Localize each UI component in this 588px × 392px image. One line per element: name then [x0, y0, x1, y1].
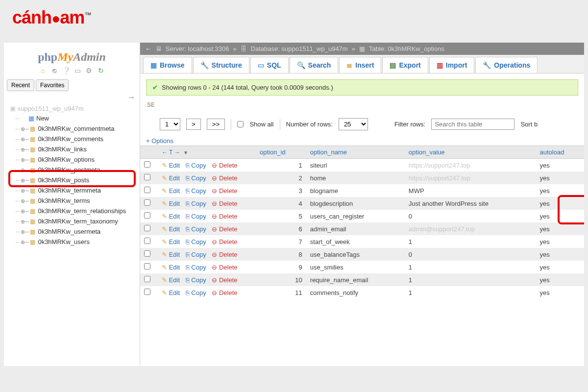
copy-icon: ⎘ — [186, 225, 190, 233]
delete-link[interactable]: Delete — [219, 174, 238, 182]
copy-link[interactable]: Copy — [191, 187, 206, 195]
row-checkbox[interactable] — [144, 289, 150, 295]
tab-operations[interactable]: 🔧Operations — [475, 57, 538, 73]
copy-link[interactable]: Copy — [191, 289, 206, 296]
table-row: ✎ Edit ⎘ Copy ⊖ Delete7start_of_week1yes — [140, 235, 584, 248]
docs-icon[interactable]: ▭ — [74, 67, 81, 74]
cell-option-value: 1 — [405, 235, 536, 248]
num-rows-select[interactable]: 25 — [339, 118, 368, 130]
row-checkbox[interactable] — [144, 276, 150, 282]
table-node[interactable]: ⊕─▦ 0k3hMRKw_posts — [7, 175, 137, 185]
row-checkbox[interactable] — [144, 212, 150, 219]
options-toggle[interactable]: + Options — [140, 135, 584, 146]
edit-link[interactable]: Edit — [169, 264, 180, 271]
help-icon[interactable]: ❔ — [62, 67, 70, 74]
copy-link[interactable]: Copy — [191, 276, 206, 284]
delete-link[interactable]: Delete — [219, 276, 238, 284]
table-link[interactable]: 0k3hMRKw_options — [388, 45, 444, 52]
col-option-name[interactable]: option_name — [306, 146, 405, 159]
tab-import[interactable]: ▥Import — [429, 57, 475, 73]
delete-link[interactable]: Delete — [219, 238, 238, 245]
table-node[interactable]: ⊕─▦ 0k3hMRKw_commentmeta — [7, 123, 137, 134]
edit-link[interactable]: Edit — [169, 289, 180, 296]
server-link[interactable]: localhost:3306 — [188, 45, 229, 52]
col-option-id[interactable]: option_id — [256, 146, 306, 159]
col-option-value[interactable]: option_value — [405, 146, 536, 159]
edit-link[interactable]: Edit — [169, 238, 180, 245]
copy-icon: ⎘ — [186, 251, 190, 258]
tab-structure[interactable]: 🔧Structure — [193, 57, 249, 73]
delete-link[interactable]: Delete — [219, 162, 238, 169]
copy-link[interactable]: Copy — [191, 264, 206, 271]
filter-input[interactable] — [431, 119, 514, 130]
table-node[interactable]: ⊕─▦ 0k3hMRKw_terms — [7, 196, 137, 206]
settings-icon[interactable]: ⚙ — [85, 67, 93, 74]
row-checkbox[interactable] — [144, 199, 150, 206]
new-table[interactable]: ▦New — [7, 113, 137, 123]
row-checkbox[interactable] — [144, 250, 150, 257]
recent-tab[interactable]: Recent — [7, 79, 34, 91]
copy-link[interactable]: Copy — [191, 213, 206, 220]
edit-link[interactable]: Edit — [169, 225, 180, 233]
cell-autoload: yes — [536, 273, 584, 286]
row-checkbox[interactable] — [144, 174, 150, 180]
col-autoload[interactable]: autoload — [536, 146, 584, 159]
table-node[interactable]: ⊕─▦ 0k3hMRKw_links — [7, 144, 137, 154]
row-checkbox[interactable] — [144, 238, 150, 244]
table-node[interactable]: ⊕─▦ 0k3hMRKw_term_relationships — [7, 206, 137, 216]
copy-link[interactable]: Copy — [191, 174, 206, 182]
tab-export[interactable]: ▤Export — [382, 57, 428, 73]
logout-icon[interactable]: ⎋ — [50, 67, 58, 74]
table-node[interactable]: ⊕─▦ 0k3hMRKw_postmeta — [7, 165, 137, 175]
copy-link[interactable]: Copy — [191, 238, 206, 245]
copy-icon: ⎘ — [186, 200, 190, 207]
cell-option-value: https://support247.top — [405, 172, 536, 184]
delete-link[interactable]: Delete — [219, 225, 238, 233]
back-icon[interactable]: ← — [145, 45, 151, 52]
db-node[interactable]: suppo1511_wp_u947m — [7, 104, 137, 113]
table-node[interactable]: ⊕─▦ 0k3hMRKw_termmeta — [7, 185, 137, 196]
delete-link[interactable]: Delete — [219, 289, 238, 296]
delete-link[interactable]: Delete — [219, 251, 238, 258]
tab-insert[interactable]: ≣Insert — [339, 57, 381, 73]
next-page[interactable]: > — [186, 119, 201, 130]
delete-link[interactable]: Delete — [219, 264, 238, 271]
copy-link[interactable]: Copy — [191, 200, 206, 207]
copy-link[interactable]: Copy — [191, 225, 206, 233]
delete-link[interactable]: Delete — [219, 213, 238, 220]
table-node[interactable]: ⊕─▦ 0k3hMRKw_options — [7, 154, 137, 165]
favorites-tab[interactable]: Favorites — [36, 79, 69, 91]
row-checkbox[interactable] — [144, 225, 150, 231]
edit-link[interactable]: Edit — [169, 174, 180, 182]
edit-link[interactable]: Edit — [169, 213, 180, 220]
collapse-icon[interactable]: ⊸ — [7, 94, 137, 101]
table-row: ✎ Edit ⎘ Copy ⊖ Delete1siteurlhttps://su… — [140, 159, 584, 172]
edit-link[interactable]: Edit — [169, 276, 180, 284]
edit-link[interactable]: Edit — [169, 251, 180, 258]
row-checkbox[interactable] — [144, 263, 150, 270]
table-node[interactable]: ⊕─▦ 0k3hMRKw_usermeta — [7, 226, 137, 237]
tab-browse[interactable]: ▦Browse — [143, 57, 192, 73]
home-icon[interactable]: ⌂ — [39, 67, 47, 74]
table-node[interactable]: ⊕─▦ 0k3hMRKw_users — [7, 237, 137, 247]
page-select[interactable]: 1 — [160, 118, 180, 130]
delete-link[interactable]: Delete — [219, 187, 238, 195]
db-link[interactable]: suppo1511_wp_u947m — [282, 45, 348, 52]
row-checkbox[interactable] — [144, 161, 150, 168]
edit-link[interactable]: Edit — [169, 162, 180, 169]
edit-icon: ✎ — [162, 187, 167, 195]
row-checkbox[interactable] — [144, 187, 150, 193]
reload-icon[interactable]: ↻ — [97, 67, 105, 74]
table-node[interactable]: ⊕─▦ 0k3hMRKw_comments — [7, 134, 137, 144]
table-row: ✎ Edit ⎘ Copy ⊖ Delete2homehttps://suppo… — [140, 172, 584, 184]
copy-link[interactable]: Copy — [191, 162, 206, 169]
last-page[interactable]: >> — [207, 119, 225, 130]
copy-link[interactable]: Copy — [191, 251, 206, 258]
edit-link[interactable]: Edit — [169, 187, 180, 195]
tab-sql[interactable]: ▭SQL — [250, 57, 289, 73]
show-all-checkbox[interactable] — [237, 121, 244, 127]
delete-link[interactable]: Delete — [219, 200, 238, 207]
table-node[interactable]: ⊕─▦ 0k3hMRKw_term_taxonomy — [7, 216, 137, 226]
edit-link[interactable]: Edit — [169, 200, 180, 207]
tab-search[interactable]: 🔍Search — [290, 57, 339, 73]
